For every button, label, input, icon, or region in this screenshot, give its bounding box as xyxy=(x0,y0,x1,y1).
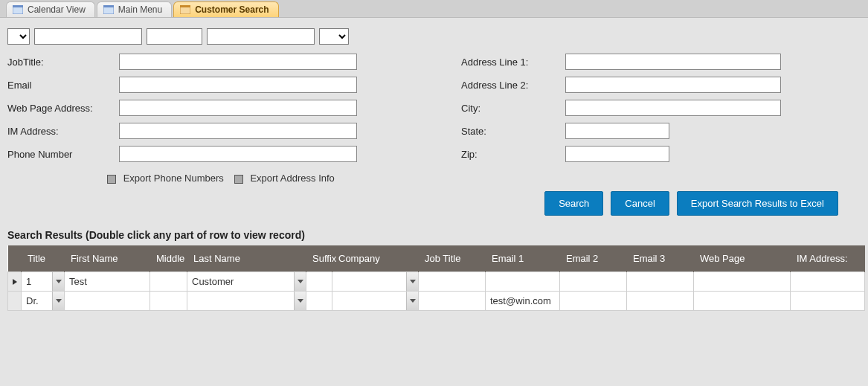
zip-label: Zip: xyxy=(461,149,565,160)
col-last[interactable]: Last Name xyxy=(187,245,306,272)
cell-email1[interactable]: test@win.com xyxy=(486,292,560,311)
city-label: City: xyxy=(461,103,565,114)
dropdown-button[interactable] xyxy=(52,292,64,310)
form-icon xyxy=(13,5,23,14)
svg-rect-5 xyxy=(180,5,190,7)
export-phone-check[interactable]: Export Phone Numbers xyxy=(107,173,224,184)
cell-middle[interactable] xyxy=(150,272,187,292)
svg-rect-3 xyxy=(103,5,114,7)
tab-calendar-view[interactable]: Calendar View xyxy=(6,1,95,17)
tab-label: Customer Search xyxy=(195,4,269,15)
email-input[interactable] xyxy=(119,77,357,93)
svg-marker-11 xyxy=(298,299,303,303)
cell-email3[interactable] xyxy=(627,272,694,292)
phone-input[interactable] xyxy=(119,146,357,162)
col-suffix[interactable]: Suffix xyxy=(306,245,332,272)
cell-im[interactable] xyxy=(791,272,865,292)
results-grid: Title First Name Middle Last Name Suffix… xyxy=(7,245,861,311)
table-row[interactable]: Dr.test@win.com xyxy=(8,292,865,311)
addr2-label: Address Line 2: xyxy=(461,80,565,91)
svg-marker-7 xyxy=(56,280,62,283)
col-company[interactable]: Company xyxy=(332,245,419,272)
export-excel-button[interactable]: Export Search Results to Excel xyxy=(677,191,838,216)
state-input[interactable] xyxy=(565,123,669,139)
top-name-row xyxy=(0,18,868,51)
col-email3[interactable]: Email 3 xyxy=(627,245,694,272)
results-header-row: Title First Name Middle Last Name Suffix… xyxy=(8,245,865,272)
col-im[interactable]: IM Address: xyxy=(791,245,865,272)
cell-job[interactable] xyxy=(419,292,486,311)
row-selector-header xyxy=(8,245,22,272)
col-email1[interactable]: Email 1 xyxy=(486,245,560,272)
search-button[interactable]: Search xyxy=(544,191,603,216)
email-label: Email xyxy=(7,80,119,91)
export-checks-row: Export Phone Numbers Export Address Info xyxy=(0,168,868,191)
jobtitle-input[interactable] xyxy=(119,54,357,70)
col-first[interactable]: First Name xyxy=(65,245,150,272)
cell-suffix[interactable] xyxy=(306,272,332,292)
cell-web[interactable] xyxy=(694,292,791,311)
title-combo[interactable] xyxy=(7,28,30,45)
cell-email1[interactable] xyxy=(486,272,560,292)
cell-email2[interactable] xyxy=(560,292,627,311)
dropdown-button[interactable] xyxy=(52,272,64,291)
dropdown-button[interactable] xyxy=(406,292,418,310)
zip-input[interactable] xyxy=(565,146,669,162)
row-selector[interactable] xyxy=(8,292,22,311)
dropdown-button[interactable] xyxy=(294,292,306,310)
svg-marker-8 xyxy=(298,280,303,283)
cell-last[interactable] xyxy=(187,292,306,311)
tab-label: Main Menu xyxy=(118,4,162,15)
city-input[interactable] xyxy=(565,100,781,116)
form-icon xyxy=(103,5,114,14)
im-input[interactable] xyxy=(119,123,357,139)
last-name-input[interactable] xyxy=(207,28,315,45)
cell-email3[interactable] xyxy=(627,292,694,311)
cell-last[interactable]: Customer xyxy=(187,272,306,292)
tab-customer-search[interactable]: Customer Search xyxy=(173,1,278,17)
state-label: State: xyxy=(461,126,565,137)
form-icon xyxy=(180,5,190,14)
svg-rect-1 xyxy=(13,5,23,7)
dropdown-button[interactable] xyxy=(294,272,306,291)
row-selector[interactable] xyxy=(8,272,22,292)
web-input[interactable] xyxy=(119,100,357,116)
table-row[interactable]: 1TestCustomer xyxy=(8,272,865,292)
dropdown-button[interactable] xyxy=(406,272,418,291)
cell-web[interactable] xyxy=(694,272,791,292)
col-job[interactable]: Job Title xyxy=(419,245,486,272)
col-web[interactable]: Web Page xyxy=(694,245,791,272)
cell-title[interactable]: 1 xyxy=(22,272,65,292)
export-address-check[interactable]: Export Address Info xyxy=(234,173,335,184)
cell-im[interactable] xyxy=(791,292,865,311)
cell-company[interactable] xyxy=(332,272,419,292)
cell-first[interactable] xyxy=(65,292,150,311)
criteria-grid: JobTitle: Address Line 1: Email Address … xyxy=(0,51,868,168)
svg-marker-12 xyxy=(410,299,416,303)
suffix-combo[interactable] xyxy=(319,28,349,45)
phone-label: Phone Number xyxy=(7,149,119,160)
jobtitle-label: JobTitle: xyxy=(7,57,119,68)
addr2-input[interactable] xyxy=(565,77,781,93)
cell-title[interactable]: Dr. xyxy=(22,292,65,311)
cell-email2[interactable] xyxy=(560,272,627,292)
col-title[interactable]: Title xyxy=(22,245,65,272)
cell-suffix[interactable] xyxy=(306,292,332,311)
results-title: Search Results (Double click any part of… xyxy=(0,226,868,245)
web-label: Web Page Address: xyxy=(7,103,119,114)
col-email2[interactable]: Email 2 xyxy=(560,245,627,272)
action-row: Search Cancel Export Search Results to E… xyxy=(0,191,868,226)
middle-input[interactable] xyxy=(147,28,202,45)
first-name-input[interactable] xyxy=(34,28,142,45)
tab-main-menu[interactable]: Main Menu xyxy=(97,1,172,17)
cell-middle[interactable] xyxy=(150,292,187,311)
cell-job[interactable] xyxy=(419,272,486,292)
addr1-label: Address Line 1: xyxy=(461,57,565,68)
addr1-input[interactable] xyxy=(565,54,781,70)
svg-marker-10 xyxy=(56,299,62,303)
cell-company[interactable] xyxy=(332,292,419,311)
col-middle[interactable]: Middle xyxy=(150,245,187,272)
checkbox-icon xyxy=(234,175,243,184)
cell-first[interactable]: Test xyxy=(65,272,150,292)
cancel-button[interactable]: Cancel xyxy=(611,191,669,216)
